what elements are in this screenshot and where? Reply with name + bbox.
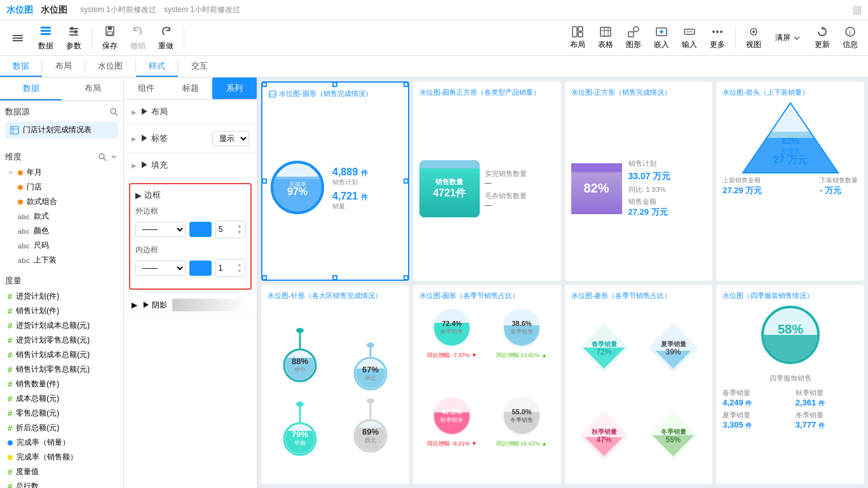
svg-rect-13 xyxy=(578,32,583,37)
input-button[interactable]: 输入 xyxy=(677,23,702,53)
update-icon xyxy=(816,25,829,38)
style-tab-series[interactable]: 系列 xyxy=(212,78,257,99)
chart-card-1[interactable]: 水位图-圆形（销售完成情况） 完成率 97% xyxy=(261,81,409,281)
measure-item-13[interactable]: # 总行数 xyxy=(5,479,118,488)
dimension-search-icon[interactable] xyxy=(98,152,107,161)
dim-item-store[interactable]: 门店 xyxy=(5,180,118,194)
dimension-expand-icon[interactable] xyxy=(109,152,118,161)
shadow-gradient[interactable] xyxy=(172,299,248,311)
handle-tl[interactable] xyxy=(262,82,267,87)
measure-hash: # xyxy=(8,292,12,301)
handle-ml[interactable] xyxy=(262,179,267,184)
dim-item-style[interactable]: 款式组合 xyxy=(5,194,118,209)
inner-border-up-arrow[interactable]: ▲ xyxy=(237,262,242,268)
tag-display-select[interactable]: 显示 隐藏 xyxy=(212,131,249,146)
left-tab-data[interactable]: 数据 xyxy=(0,78,62,100)
handle-tm[interactable] xyxy=(332,82,337,87)
update-button[interactable]: 更新 xyxy=(810,23,835,53)
handle-br[interactable] xyxy=(403,275,409,280)
chart-card-4[interactable]: 水位图-箭头（上下装销量） 82% xyxy=(716,81,864,281)
svg-text:春季销量: 春季销量 xyxy=(591,341,616,348)
maximize-icon[interactable]: ⬜ xyxy=(852,6,862,15)
card2-sub2-label: 毛衣销售数量 xyxy=(485,191,527,201)
style-tab-title[interactable]: 标题 xyxy=(168,78,213,99)
measure-item-7[interactable]: # 成本总额(元) xyxy=(5,391,118,406)
measure-item-6[interactable]: # 销售数量(件) xyxy=(5,377,118,391)
inner-border-color-picker[interactable] xyxy=(189,261,212,276)
card8-title: 水位图（四季服装销售情况） xyxy=(722,291,858,301)
measure-item-10[interactable]: 完成率（销量） xyxy=(5,435,118,450)
insert-label: 嵌入 xyxy=(654,39,669,50)
left-tab-layout[interactable]: 布局 xyxy=(62,78,123,100)
tab-style[interactable]: 样式 xyxy=(136,56,178,77)
measure-item-1[interactable]: # 销售计划(件) xyxy=(5,304,118,318)
chart-card-8[interactable]: 水位图（四季服装销售情况） 58% 四季服饰销售 春季销量 xyxy=(716,285,864,484)
chart-card-2[interactable]: 水位图-圆角正方形（各类型产品销量） 销售数量 4721件 实完销售数量 — xyxy=(413,81,561,281)
dim-item-year[interactable]: 年月 xyxy=(5,165,118,180)
info-button[interactable]: i 信息 xyxy=(837,23,863,53)
outer-border-style-select[interactable]: —— - - - · · · xyxy=(135,222,186,237)
style-fill-section: ▶ ▶ 填充 xyxy=(124,153,257,178)
card1-stat1-label: 销售计划 xyxy=(332,178,368,187)
measure-item-8[interactable]: # 零售总额(元) xyxy=(5,406,118,421)
style-layout-header[interactable]: ▶ ▶ 布局 xyxy=(124,100,257,124)
inner-border-value-input[interactable] xyxy=(219,264,236,273)
search-icon[interactable] xyxy=(109,107,118,116)
measure-item-0[interactable]: # 进货计划(件) xyxy=(5,289,118,304)
save-button[interactable]: 保存 xyxy=(97,22,123,54)
redo-button[interactable]: 重做 xyxy=(153,22,179,54)
style-tag-header[interactable]: ▶ ▶ 标签 显示 隐藏 xyxy=(124,125,257,152)
undo-button[interactable]: 撤销 xyxy=(125,22,151,54)
svg-point-63 xyxy=(296,328,304,333)
zoom-button[interactable]: 满屏 xyxy=(769,30,807,46)
datasource-label: 门店计划完成情况表 xyxy=(23,125,92,135)
handle-tr[interactable] xyxy=(403,82,409,87)
style-fill-header[interactable]: ▶ ▶ 填充 xyxy=(124,153,257,177)
measure-item-12[interactable]: # 度量值 xyxy=(5,464,118,479)
measure-item-2[interactable]: # 进货计划成本总额(元) xyxy=(5,318,118,333)
outer-border-value-input[interactable] xyxy=(219,225,236,234)
measure-item-3[interactable]: # 进货计划零售总额(元) xyxy=(5,333,118,348)
data-button[interactable]: 数据 xyxy=(33,22,58,54)
style-tab-component[interactable]: 组件 xyxy=(124,78,168,99)
measure-item-9[interactable]: # 折后总额(元) xyxy=(5,421,118,435)
table-button[interactable]: 表格 xyxy=(593,23,618,53)
insert-button[interactable]: 嵌入 xyxy=(649,23,674,53)
layout-button[interactable]: 布局 xyxy=(565,23,590,53)
chart-card-5[interactable]: 水位图-针形（各大区销售完成情况） 88% 华中 xyxy=(261,285,409,484)
chart-card-3[interactable]: 水位图-正方形（销售完成情况） 82% 销售计划 33.07 万元 同比: 1.… xyxy=(565,81,713,281)
svg-text:冬季销售: 冬季销售 xyxy=(510,417,533,423)
chart-card-7[interactable]: 水位图-菱形（各季节销售占比） 春季销量 72% xyxy=(565,285,713,484)
dim-item-style2[interactable]: abc 款式 xyxy=(5,209,118,224)
handle-mr[interactable] xyxy=(403,179,409,184)
measure-item-5[interactable]: # 销售计划零售总额(元) xyxy=(5,362,118,377)
tab-data[interactable]: 数据 xyxy=(0,56,42,77)
card3-title-text: 水位图-正方形（销售完成情况） xyxy=(571,88,672,96)
tab-waterfall[interactable]: 水位图 xyxy=(85,56,135,77)
view-button[interactable]: 视图 xyxy=(741,23,766,53)
style-tag-label: ▶ 标签 xyxy=(140,133,168,144)
menu-button[interactable] xyxy=(5,32,31,44)
chart-card-6[interactable]: 水位图-圆形（各季节销售占比） 72.4% 春季销售 同比增幅 -7.37% ▼ xyxy=(413,285,561,484)
tab-layout[interactable]: 布局 xyxy=(43,56,85,77)
handle-bm[interactable] xyxy=(332,275,337,280)
outer-border-color-picker[interactable] xyxy=(189,222,212,237)
datasource-item[interactable]: 门店计划完成情况表 xyxy=(5,121,118,139)
dim-item-color[interactable]: abc 颜色 xyxy=(5,224,118,238)
card8-sub-label: 四季服饰销售 xyxy=(770,374,811,383)
more-button[interactable]: 更多 xyxy=(705,23,730,53)
outer-border-down-arrow[interactable]: ▼ xyxy=(237,229,242,236)
inner-border-down-arrow[interactable]: ▼ xyxy=(237,268,242,274)
measure-item-4[interactable]: # 销售计划成本总额(元) xyxy=(5,348,118,362)
tab-interact[interactable]: 交互 xyxy=(179,56,220,77)
dim-item-updown[interactable]: abc 上下装 xyxy=(5,253,118,268)
dim-item-size[interactable]: abc 尺码 xyxy=(5,238,118,253)
measure-label: 进货计划(件) xyxy=(16,291,59,302)
measure-item-11[interactable]: 完成率（销售额） xyxy=(5,450,118,464)
shape-button[interactable]: 图形 xyxy=(621,23,646,53)
inner-border-style-select[interactable]: —— - - - xyxy=(135,261,186,276)
card1-val1: 4,889 件 xyxy=(332,166,368,178)
params-button[interactable]: 参数 xyxy=(61,22,86,54)
outer-border-up-arrow[interactable]: ▲ xyxy=(237,223,242,229)
handle-bl[interactable] xyxy=(262,275,267,280)
